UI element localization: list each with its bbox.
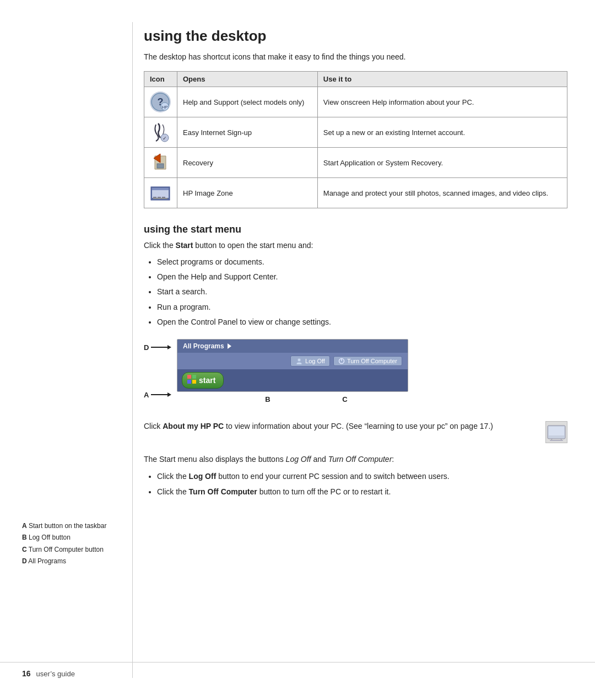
power-icon (338, 358, 345, 364)
all-programs-text: All Programs (183, 342, 224, 350)
annotation-d-label: D (144, 343, 171, 352)
log-off-section: The Start menu also displays the buttons… (144, 453, 567, 499)
log-off-bold: Log Off (189, 472, 217, 481)
start-menu-diagram: D A All Programs (177, 339, 430, 403)
bullet-item: Open the Control Panel to view or change… (157, 315, 567, 329)
svg-text:HP: HP (161, 105, 167, 110)
annotation-a-label: A (144, 391, 171, 399)
log-off-intro: The Start menu also displays the buttons… (144, 453, 567, 465)
table-row: HP Image Zone Manage and protect your st… (144, 178, 567, 208)
bc-annotations: B C (177, 395, 430, 403)
table-cell-icon: ✓ (144, 117, 177, 148)
windows-logo-icon (187, 374, 197, 386)
start-button: start (182, 372, 224, 389)
table-header-opens: Opens (177, 72, 318, 87)
log-off-icon (295, 357, 303, 365)
a-arrow (151, 392, 171, 397)
d-arrow (151, 345, 171, 349)
svg-rect-25 (550, 440, 563, 441)
table-row: ✓ Easy Internet Sign-up Set up a new or … (144, 117, 567, 148)
svg-rect-19 (187, 375, 191, 379)
page-footer: 16 user’s guide (0, 662, 595, 678)
turn-off-italic: Turn Off Computer (328, 455, 392, 464)
svg-rect-15 (152, 188, 169, 190)
bullet-item: Run a program. (157, 300, 567, 314)
start-text: start (199, 376, 215, 385)
icon-table: Icon Opens Use it to ? HP (144, 71, 567, 208)
start-menu-section-title: using the start menu (144, 224, 567, 235)
log-off-button: Log Off (290, 356, 330, 367)
footer-text: user’s guide (36, 670, 75, 678)
table-cell-opens: HP Image Zone (177, 178, 318, 208)
sidebar-item-d: D All Programs (22, 556, 121, 567)
all-programs-bar: All Programs (177, 340, 408, 353)
table-cell-icon: ? HP (144, 87, 177, 117)
start-menu-screenshot: All Programs Log Off (177, 339, 408, 392)
about-bold: About my HP PC (163, 422, 224, 430)
page-number: 16 (22, 669, 31, 678)
hp-small-icon (545, 421, 567, 443)
log-off-bullets: Click the Log Off button to end your cur… (157, 470, 567, 498)
table-cell-icon (144, 148, 177, 178)
svg-rect-8 (157, 164, 164, 168)
log-off-bullet: Click the Log Off button to end your cur… (157, 470, 567, 483)
help-icon: ? HP (150, 91, 171, 112)
svg-rect-22 (192, 380, 196, 384)
hp-image-icon (150, 182, 171, 203)
table-cell-use: Manage and protect your still photos, sc… (317, 178, 567, 208)
left-sidebar: A Start button on the taskbar B Log Off … (0, 22, 132, 678)
sidebar-item-c: C Turn Off Computer button (22, 545, 121, 555)
sidebar-letter-c: C (22, 546, 27, 553)
annotation-a: A (144, 391, 149, 399)
table-cell-icon (144, 178, 177, 208)
table-cell-opens: Easy Internet Sign-up (177, 117, 318, 148)
turn-off-label: Turn Off Computer (347, 358, 397, 364)
table-row: ? HP Help and Support (select models onl… (144, 87, 567, 117)
sidebar-item-a: A Start button on the taskbar (22, 521, 121, 531)
turn-off-bullet: Click the Turn Off Computer button to tu… (157, 485, 567, 499)
svg-text:✓: ✓ (163, 136, 167, 141)
about-text: Click About my HP PC to view information… (144, 420, 537, 432)
sidebar-item-b: B Log Off button (22, 532, 121, 543)
sidebar-letter-a: A (22, 522, 27, 530)
table-header-icon: Icon (144, 72, 177, 87)
bullet-item: Select programs or documents. (157, 255, 567, 269)
sidebar-letter-d: D (22, 557, 27, 565)
log-off-italic: Log Off (286, 455, 311, 464)
sidebar-annotations: A Start button on the taskbar B Log Off … (22, 521, 121, 568)
svg-rect-20 (192, 375, 196, 379)
windows-icon (187, 374, 197, 384)
table-cell-use: Set up a new or an existing Internet acc… (317, 117, 567, 148)
svg-rect-21 (187, 380, 191, 384)
table-cell-opens: Recovery (177, 148, 318, 178)
start-menu-intro: Click the Start button to open the start… (144, 241, 567, 250)
start-menu-bullets: Select programs or documents. Open the H… (157, 255, 567, 329)
table-cell-use: Start Application or System Recovery. (317, 148, 567, 178)
table-row: Recovery Start Application or System Rec… (144, 148, 567, 178)
main-content: using the desktop The desktop has shortc… (132, 22, 595, 678)
sidebar-letter-b: B (22, 534, 27, 541)
turn-off-bold: Turn Off Computer (189, 487, 257, 496)
svg-rect-14 (153, 198, 167, 199)
annotation-c: C (342, 395, 347, 403)
page-title: using the desktop (144, 28, 567, 45)
bullet-item: Start a search. (157, 285, 567, 299)
start-bold: Start (176, 241, 193, 250)
log-off-label: Log Off (305, 358, 325, 364)
table-cell-use: View onscreen Help information about you… (317, 87, 567, 117)
bullet-item: Open the Help and Support Center. (157, 270, 567, 284)
about-section: Click About my HP PC to view information… (144, 420, 567, 443)
recovery-icon (150, 152, 171, 173)
svg-rect-24 (549, 427, 564, 435)
annotation-b: B (265, 395, 270, 403)
internet-icon: ✓ (150, 122, 171, 143)
intro-text: The desktop has shortcut icons that make… (144, 52, 567, 61)
table-cell-opens: Help and Support (select models only) (177, 87, 318, 117)
turn-off-button: Turn Off Computer (333, 356, 402, 366)
svg-point-16 (298, 358, 301, 362)
all-programs-arrow-icon (228, 343, 231, 349)
annotation-d: D (144, 343, 149, 352)
start-button-bar: start (177, 369, 408, 391)
hp-about-icon (547, 422, 566, 442)
table-header-use: Use it to (317, 72, 567, 87)
